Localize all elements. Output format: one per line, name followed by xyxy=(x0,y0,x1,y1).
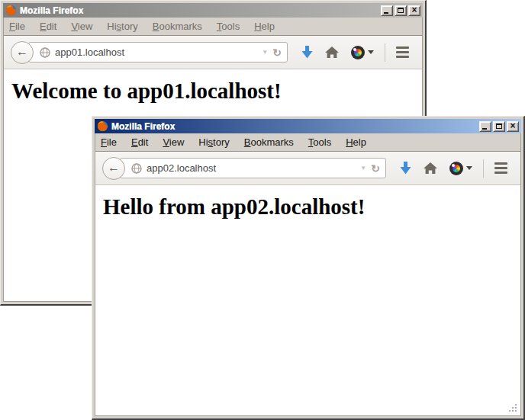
menu-item-view[interactable]: View xyxy=(163,136,184,148)
menubar: File Edit View History Bookmarks Tools H… xyxy=(95,133,520,151)
menu-item-bookmarks[interactable]: Bookmarks xyxy=(244,136,294,148)
resize-grip[interactable] xyxy=(515,410,517,412)
navigation-toolbar: ← app02.localhost ▼ ↻ xyxy=(95,151,520,185)
home-icon xyxy=(424,162,437,175)
menu-item-history[interactable]: History xyxy=(107,21,137,32)
menu-item-history[interactable]: History xyxy=(198,136,229,148)
dropdown-caret-icon xyxy=(466,166,472,170)
menu-item-help[interactable]: Help xyxy=(346,136,366,148)
page-heading: Welcome to app01.localhost! xyxy=(11,79,422,104)
titlebar[interactable]: Mozilla Firefox × xyxy=(3,3,423,18)
window-controls: × xyxy=(381,5,420,16)
menu-item-help[interactable]: Help xyxy=(254,21,275,32)
menu-item-tools[interactable]: Tools xyxy=(217,21,240,32)
color-wheel-icon xyxy=(351,46,365,59)
url-bar[interactable]: app01.localhost ▼ ↻ xyxy=(28,42,288,63)
window-client-area: File Edit View History Bookmarks Tools H… xyxy=(95,133,521,416)
menu-item-edit[interactable]: Edit xyxy=(40,21,56,32)
close-icon: × xyxy=(411,6,417,14)
url-bar[interactable]: app02.localhost ▼ ↻ xyxy=(120,158,386,178)
page-heading: Hello from app02.localhost! xyxy=(103,194,520,220)
reload-icon[interactable]: ↻ xyxy=(371,163,380,174)
browser-window-app02[interactable]: Mozilla Firefox × File Edit View History… xyxy=(92,116,525,420)
hamburger-icon xyxy=(396,46,409,58)
minimize-button[interactable] xyxy=(479,121,491,132)
close-button[interactable]: × xyxy=(507,121,519,132)
close-icon: × xyxy=(510,122,515,130)
maximize-button[interactable] xyxy=(395,5,407,16)
page-content: Hello from app02.localhost! xyxy=(95,185,520,415)
download-arrow-icon xyxy=(400,162,411,175)
menu-item-view[interactable]: View xyxy=(71,21,92,32)
window-title: Mozilla Firefox xyxy=(20,5,378,16)
menu-item-file[interactable]: File xyxy=(101,136,117,148)
globe-icon xyxy=(131,163,142,174)
menu-item-bookmarks[interactable]: Bookmarks xyxy=(153,21,202,32)
back-button[interactable]: ← xyxy=(102,157,125,180)
firefox-logo-icon xyxy=(97,120,108,132)
navigation-toolbar: ← app01.localhost ▼ ↻ xyxy=(4,35,422,69)
menu-item-edit[interactable]: Edit xyxy=(131,136,148,148)
reload-icon[interactable]: ↻ xyxy=(272,47,282,58)
minimize-icon xyxy=(482,128,487,130)
hamburger-icon xyxy=(494,162,507,174)
url-text: app02.localhost xyxy=(147,162,356,174)
globe-icon xyxy=(40,47,50,58)
back-button[interactable]: ← xyxy=(11,41,34,64)
maximize-icon xyxy=(496,123,502,129)
close-button[interactable]: × xyxy=(408,5,420,16)
minimize-icon xyxy=(384,12,388,14)
maximize-icon xyxy=(398,8,404,13)
hamburger-menu-button[interactable] xyxy=(390,40,415,65)
maximize-button[interactable] xyxy=(493,121,505,132)
home-icon xyxy=(325,46,339,59)
urlbar-dropdown-icon[interactable]: ▼ xyxy=(262,49,268,56)
menubar: File Edit View History Bookmarks Tools H… xyxy=(4,18,422,35)
minimize-button[interactable] xyxy=(381,5,393,16)
dropdown-caret-icon xyxy=(368,50,374,54)
back-arrow-icon: ← xyxy=(108,162,120,174)
toolbar-separator xyxy=(385,43,385,62)
hamburger-menu-button[interactable] xyxy=(488,156,514,181)
menu-item-tools[interactable]: Tools xyxy=(308,136,331,148)
firefox-logo-icon xyxy=(5,5,17,16)
download-arrow-icon xyxy=(301,46,313,59)
window-controls: × xyxy=(479,121,519,132)
home-button[interactable] xyxy=(319,40,345,65)
downloads-button[interactable] xyxy=(394,156,417,181)
home-button[interactable] xyxy=(417,156,443,181)
addon-button[interactable] xyxy=(345,40,380,65)
back-arrow-icon: ← xyxy=(16,46,28,58)
addon-button[interactable] xyxy=(443,156,478,181)
downloads-button[interactable] xyxy=(295,40,319,65)
window-title: Mozilla Firefox xyxy=(111,121,476,132)
toolbar-separator xyxy=(483,159,484,178)
urlbar-dropdown-icon[interactable]: ▼ xyxy=(360,165,366,172)
titlebar[interactable]: Mozilla Firefox × xyxy=(95,119,521,133)
url-text: app01.localhost xyxy=(55,46,257,58)
color-wheel-icon xyxy=(449,162,463,175)
menu-item-file[interactable]: File xyxy=(9,21,25,32)
